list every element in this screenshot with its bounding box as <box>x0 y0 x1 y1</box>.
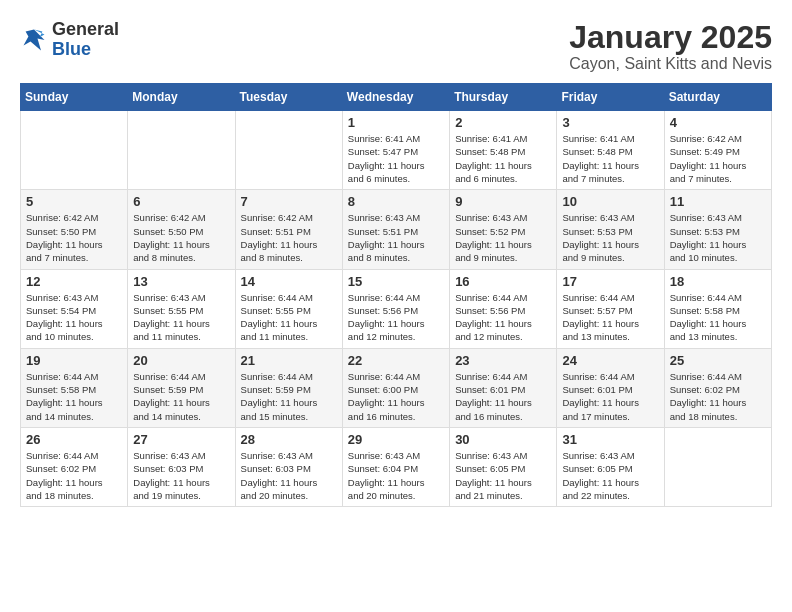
calendar-cell: 23Sunrise: 6:44 AM Sunset: 6:01 PM Dayli… <box>450 348 557 427</box>
day-number: 3 <box>562 115 658 130</box>
day-number: 2 <box>455 115 551 130</box>
day-number: 25 <box>670 353 766 368</box>
calendar-cell: 31Sunrise: 6:43 AM Sunset: 6:05 PM Dayli… <box>557 427 664 506</box>
logo-general-text: General <box>52 19 119 39</box>
calendar-cell: 16Sunrise: 6:44 AM Sunset: 5:56 PM Dayli… <box>450 269 557 348</box>
month-title: January 2025 <box>569 20 772 55</box>
day-detail: Sunrise: 6:43 AM Sunset: 5:52 PM Dayligh… <box>455 211 551 264</box>
calendar-cell: 24Sunrise: 6:44 AM Sunset: 6:01 PM Dayli… <box>557 348 664 427</box>
calendar-cell: 28Sunrise: 6:43 AM Sunset: 6:03 PM Dayli… <box>235 427 342 506</box>
day-detail: Sunrise: 6:43 AM Sunset: 5:51 PM Dayligh… <box>348 211 444 264</box>
day-number: 14 <box>241 274 337 289</box>
day-number: 30 <box>455 432 551 447</box>
day-number: 1 <box>348 115 444 130</box>
day-detail: Sunrise: 6:44 AM Sunset: 5:58 PM Dayligh… <box>26 370 122 423</box>
calendar-cell: 30Sunrise: 6:43 AM Sunset: 6:05 PM Dayli… <box>450 427 557 506</box>
day-detail: Sunrise: 6:42 AM Sunset: 5:49 PM Dayligh… <box>670 132 766 185</box>
day-detail: Sunrise: 6:44 AM Sunset: 5:57 PM Dayligh… <box>562 291 658 344</box>
calendar-cell: 13Sunrise: 6:43 AM Sunset: 5:55 PM Dayli… <box>128 269 235 348</box>
day-number: 17 <box>562 274 658 289</box>
calendar-cell: 14Sunrise: 6:44 AM Sunset: 5:55 PM Dayli… <box>235 269 342 348</box>
day-detail: Sunrise: 6:44 AM Sunset: 5:55 PM Dayligh… <box>241 291 337 344</box>
calendar-cell: 22Sunrise: 6:44 AM Sunset: 6:00 PM Dayli… <box>342 348 449 427</box>
day-number: 21 <box>241 353 337 368</box>
day-number: 8 <box>348 194 444 209</box>
day-number: 29 <box>348 432 444 447</box>
day-detail: Sunrise: 6:43 AM Sunset: 6:05 PM Dayligh… <box>455 449 551 502</box>
day-detail: Sunrise: 6:42 AM Sunset: 5:50 PM Dayligh… <box>26 211 122 264</box>
location-title: Cayon, Saint Kitts and Nevis <box>569 55 772 73</box>
calendar-cell: 2Sunrise: 6:41 AM Sunset: 5:48 PM Daylig… <box>450 111 557 190</box>
weekday-header-tuesday: Tuesday <box>235 84 342 111</box>
logo-icon <box>20 26 48 54</box>
day-number: 10 <box>562 194 658 209</box>
title-block: January 2025 Cayon, Saint Kitts and Nevi… <box>569 20 772 73</box>
day-number: 6 <box>133 194 229 209</box>
day-detail: Sunrise: 6:42 AM Sunset: 5:50 PM Dayligh… <box>133 211 229 264</box>
day-detail: Sunrise: 6:43 AM Sunset: 6:03 PM Dayligh… <box>133 449 229 502</box>
calendar-cell: 25Sunrise: 6:44 AM Sunset: 6:02 PM Dayli… <box>664 348 771 427</box>
calendar-week-5: 26Sunrise: 6:44 AM Sunset: 6:02 PM Dayli… <box>21 427 772 506</box>
day-detail: Sunrise: 6:43 AM Sunset: 6:03 PM Dayligh… <box>241 449 337 502</box>
weekday-header-friday: Friday <box>557 84 664 111</box>
calendar-cell: 20Sunrise: 6:44 AM Sunset: 5:59 PM Dayli… <box>128 348 235 427</box>
day-detail: Sunrise: 6:44 AM Sunset: 6:00 PM Dayligh… <box>348 370 444 423</box>
day-number: 11 <box>670 194 766 209</box>
calendar-cell: 27Sunrise: 6:43 AM Sunset: 6:03 PM Dayli… <box>128 427 235 506</box>
calendar-cell: 18Sunrise: 6:44 AM Sunset: 5:58 PM Dayli… <box>664 269 771 348</box>
day-detail: Sunrise: 6:43 AM Sunset: 5:54 PM Dayligh… <box>26 291 122 344</box>
logo-blue-text: Blue <box>52 39 91 59</box>
day-detail: Sunrise: 6:44 AM Sunset: 5:56 PM Dayligh… <box>348 291 444 344</box>
day-detail: Sunrise: 6:41 AM Sunset: 5:48 PM Dayligh… <box>562 132 658 185</box>
day-number: 18 <box>670 274 766 289</box>
calendar-week-4: 19Sunrise: 6:44 AM Sunset: 5:58 PM Dayli… <box>21 348 772 427</box>
weekday-header-monday: Monday <box>128 84 235 111</box>
weekday-header-sunday: Sunday <box>21 84 128 111</box>
day-number: 15 <box>348 274 444 289</box>
day-number: 12 <box>26 274 122 289</box>
day-detail: Sunrise: 6:43 AM Sunset: 6:05 PM Dayligh… <box>562 449 658 502</box>
calendar-cell: 4Sunrise: 6:42 AM Sunset: 5:49 PM Daylig… <box>664 111 771 190</box>
day-number: 7 <box>241 194 337 209</box>
day-detail: Sunrise: 6:44 AM Sunset: 6:01 PM Dayligh… <box>455 370 551 423</box>
weekday-header-row: SundayMondayTuesdayWednesdayThursdayFrid… <box>21 84 772 111</box>
day-detail: Sunrise: 6:44 AM Sunset: 5:58 PM Dayligh… <box>670 291 766 344</box>
day-detail: Sunrise: 6:43 AM Sunset: 5:55 PM Dayligh… <box>133 291 229 344</box>
calendar-cell: 8Sunrise: 6:43 AM Sunset: 5:51 PM Daylig… <box>342 190 449 269</box>
calendar-cell: 9Sunrise: 6:43 AM Sunset: 5:52 PM Daylig… <box>450 190 557 269</box>
day-number: 5 <box>26 194 122 209</box>
calendar-cell: 3Sunrise: 6:41 AM Sunset: 5:48 PM Daylig… <box>557 111 664 190</box>
calendar-cell <box>21 111 128 190</box>
calendar-table: SundayMondayTuesdayWednesdayThursdayFrid… <box>20 83 772 507</box>
calendar-cell: 21Sunrise: 6:44 AM Sunset: 5:59 PM Dayli… <box>235 348 342 427</box>
day-detail: Sunrise: 6:43 AM Sunset: 5:53 PM Dayligh… <box>562 211 658 264</box>
calendar-cell: 17Sunrise: 6:44 AM Sunset: 5:57 PM Dayli… <box>557 269 664 348</box>
day-detail: Sunrise: 6:44 AM Sunset: 5:56 PM Dayligh… <box>455 291 551 344</box>
weekday-header-thursday: Thursday <box>450 84 557 111</box>
calendar-week-2: 5Sunrise: 6:42 AM Sunset: 5:50 PM Daylig… <box>21 190 772 269</box>
calendar-week-3: 12Sunrise: 6:43 AM Sunset: 5:54 PM Dayli… <box>21 269 772 348</box>
logo: General Blue <box>20 20 119 60</box>
day-detail: Sunrise: 6:44 AM Sunset: 5:59 PM Dayligh… <box>133 370 229 423</box>
day-number: 24 <box>562 353 658 368</box>
calendar-cell: 10Sunrise: 6:43 AM Sunset: 5:53 PM Dayli… <box>557 190 664 269</box>
day-number: 28 <box>241 432 337 447</box>
day-number: 13 <box>133 274 229 289</box>
calendar-cell: 29Sunrise: 6:43 AM Sunset: 6:04 PM Dayli… <box>342 427 449 506</box>
day-number: 22 <box>348 353 444 368</box>
weekday-header-saturday: Saturday <box>664 84 771 111</box>
day-number: 26 <box>26 432 122 447</box>
calendar-cell: 7Sunrise: 6:42 AM Sunset: 5:51 PM Daylig… <box>235 190 342 269</box>
calendar-week-1: 1Sunrise: 6:41 AM Sunset: 5:47 PM Daylig… <box>21 111 772 190</box>
day-number: 23 <box>455 353 551 368</box>
calendar-cell: 26Sunrise: 6:44 AM Sunset: 6:02 PM Dayli… <box>21 427 128 506</box>
day-detail: Sunrise: 6:43 AM Sunset: 6:04 PM Dayligh… <box>348 449 444 502</box>
day-number: 9 <box>455 194 551 209</box>
calendar-cell: 12Sunrise: 6:43 AM Sunset: 5:54 PM Dayli… <box>21 269 128 348</box>
day-detail: Sunrise: 6:42 AM Sunset: 5:51 PM Dayligh… <box>241 211 337 264</box>
calendar-cell: 11Sunrise: 6:43 AM Sunset: 5:53 PM Dayli… <box>664 190 771 269</box>
day-detail: Sunrise: 6:44 AM Sunset: 6:01 PM Dayligh… <box>562 370 658 423</box>
day-detail: Sunrise: 6:43 AM Sunset: 5:53 PM Dayligh… <box>670 211 766 264</box>
day-number: 16 <box>455 274 551 289</box>
calendar-cell: 15Sunrise: 6:44 AM Sunset: 5:56 PM Dayli… <box>342 269 449 348</box>
